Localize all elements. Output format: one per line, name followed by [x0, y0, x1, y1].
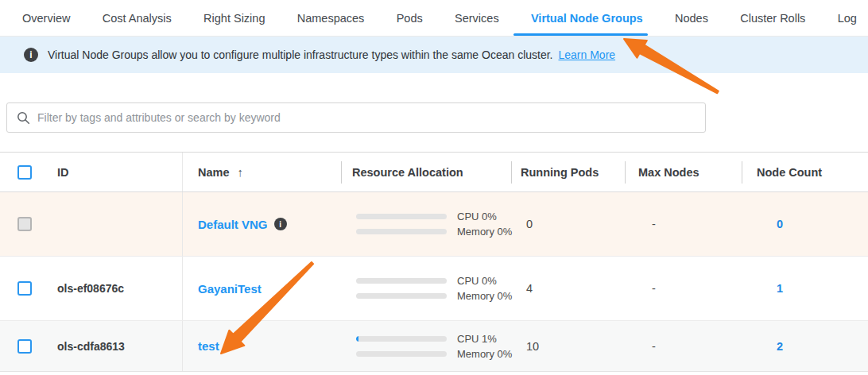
memory-usage-label: Memory 0% — [457, 226, 512, 238]
search-icon — [17, 111, 30, 125]
column-header-resource-allocation: Resource Allocation — [341, 153, 511, 191]
sort-ascending-icon[interactable]: ↑ — [238, 165, 244, 179]
tab-right-sizing[interactable]: Right Sizing — [203, 0, 265, 36]
max-nodes-value: - — [625, 192, 742, 256]
cpu-usage-label: CPU 1% — [457, 333, 497, 345]
row-id: ols-cdfa8613 — [57, 340, 125, 353]
column-header-running-pods: Running Pods — [511, 153, 625, 191]
table-header: ID Name ↑ Resource Allocation Running Po… — [0, 152, 868, 192]
search-row — [0, 102, 868, 133]
table-row-test: ols-cdfa8613 test CPU 1% Memory 0% 10 - — [0, 321, 868, 372]
tab-virtual-node-groups[interactable]: Virtual Node Groups — [531, 0, 643, 36]
row-checkbox[interactable] — [17, 339, 32, 354]
memory-usage-label: Memory 0% — [457, 290, 512, 302]
info-icon: i — [24, 48, 38, 62]
tab-overview[interactable]: Overview — [22, 0, 70, 36]
search-box[interactable] — [6, 102, 706, 133]
tab-nodes[interactable]: Nodes — [675, 0, 708, 36]
resource-allocation-cell: CPU 1% Memory 0% — [356, 333, 512, 360]
memory-usage-label: Memory 0% — [457, 348, 512, 360]
column-header-id: ID — [40, 153, 182, 191]
row-checkbox[interactable] — [17, 281, 32, 296]
memory-usage-bar — [356, 293, 447, 299]
cpu-usage-label: CPU 0% — [457, 211, 497, 222]
tab-services[interactable]: Services — [455, 0, 499, 36]
running-pods-value: 10 — [511, 321, 625, 371]
cpu-usage-bar — [356, 214, 447, 219]
node-count-link[interactable]: 1 — [777, 282, 783, 295]
tab-cluster-rolls[interactable]: Cluster Rolls — [740, 0, 805, 36]
memory-usage-bar — [356, 229, 447, 234]
table-row-default-vng: Default VNG i CPU 0% Memory 0% 0 - 0 — [0, 192, 868, 257]
tab-log[interactable]: Log — [838, 0, 857, 36]
vng-name-link-gayanitest[interactable]: GayaniTest — [198, 282, 262, 296]
resource-allocation-cell: CPU 0% Memory 0% — [356, 275, 512, 302]
tab-namespaces[interactable]: Namespaces — [297, 0, 365, 36]
running-pods-value: 4 — [511, 257, 625, 320]
node-count-link[interactable]: 0 — [777, 218, 783, 230]
vng-name-link-test[interactable]: test — [198, 339, 219, 353]
learn-more-link[interactable]: Learn More — [559, 48, 616, 61]
tab-cost-analysis[interactable]: Cost Analysis — [103, 0, 172, 36]
select-all-checkbox[interactable] — [17, 165, 32, 180]
column-header-name-label: Name — [198, 166, 230, 179]
info-banner: i Virtual Node Groups allow you to confi… — [0, 37, 868, 73]
vng-table: ID Name ↑ Resource Allocation Running Po… — [0, 152, 868, 372]
ocean-cluster-page: Overview Cost Analysis Right Sizing Name… — [0, 0, 868, 375]
table-row-gayanitest: ols-ef08676c GayaniTest CPU 0% Memory 0%… — [0, 257, 868, 321]
tab-pods[interactable]: Pods — [397, 0, 423, 36]
column-header-name[interactable]: Name ↑ — [182, 153, 341, 191]
node-count-link[interactable]: 2 — [777, 340, 783, 353]
row-id: ols-ef08676c — [57, 282, 124, 295]
column-header-node-count: Node Count — [742, 153, 868, 191]
tab-bar: Overview Cost Analysis Right Sizing Name… — [0, 0, 868, 37]
cpu-usage-bar — [356, 336, 447, 342]
info-icon[interactable]: i — [274, 218, 287, 230]
column-header-max-nodes: Max Nodes — [625, 153, 742, 191]
vng-name-link-default-vng[interactable]: Default VNG — [198, 218, 268, 231]
max-nodes-value: - — [625, 321, 742, 371]
memory-usage-bar — [356, 351, 447, 357]
row-checkbox — [17, 217, 32, 231]
running-pods-value: 0 — [511, 192, 625, 256]
cpu-usage-bar — [356, 278, 447, 284]
search-input[interactable] — [37, 111, 696, 124]
resource-allocation-cell: CPU 0% Memory 0% — [356, 211, 512, 238]
banner-text: Virtual Node Groups allow you to configu… — [48, 48, 553, 61]
cpu-usage-label: CPU 0% — [457, 275, 497, 287]
max-nodes-value: - — [625, 257, 742, 320]
